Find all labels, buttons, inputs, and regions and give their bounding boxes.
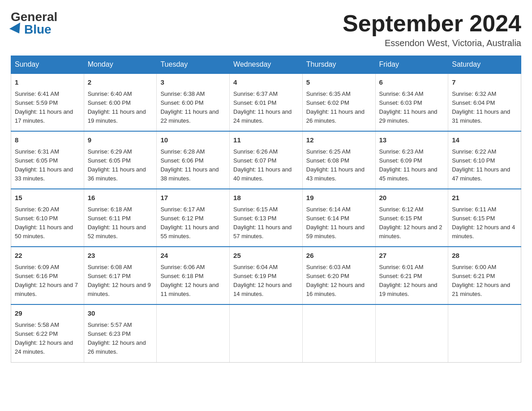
day-number: 13 bbox=[379, 135, 445, 146]
week-row-2: 8 Sunrise: 6:31 AMSunset: 6:05 PMDayligh… bbox=[11, 131, 521, 189]
calendar-cell: 6 Sunrise: 6:34 AMSunset: 6:03 PMDayligh… bbox=[375, 73, 448, 131]
location-subtitle: Essendon West, Victoria, Australia bbox=[343, 38, 521, 48]
day-info: Sunrise: 6:35 AMSunset: 6:02 PMDaylight:… bbox=[306, 90, 365, 124]
calendar-cell: 16 Sunrise: 6:18 AMSunset: 6:11 PMDaylig… bbox=[84, 189, 157, 247]
calendar-cell: 23 Sunrise: 6:08 AMSunset: 6:17 PMDaylig… bbox=[84, 247, 157, 304]
day-info: Sunrise: 6:26 AMSunset: 6:07 PMDaylight:… bbox=[233, 148, 292, 182]
day-header-thursday: Thursday bbox=[302, 56, 375, 74]
calendar-cell: 10 Sunrise: 6:28 AMSunset: 6:06 PMDaylig… bbox=[157, 131, 230, 189]
calendar-body: 1 Sunrise: 6:41 AMSunset: 5:59 PMDayligh… bbox=[11, 73, 521, 362]
day-header-saturday: Saturday bbox=[448, 56, 521, 74]
calendar-cell: 27 Sunrise: 6:01 AMSunset: 6:21 PMDaylig… bbox=[375, 247, 448, 304]
day-number: 9 bbox=[88, 135, 153, 146]
calendar-cell: 24 Sunrise: 6:06 AMSunset: 6:18 PMDaylig… bbox=[157, 247, 230, 304]
calendar-cell: 3 Sunrise: 6:38 AMSunset: 6:00 PMDayligh… bbox=[157, 73, 230, 131]
day-number: 25 bbox=[233, 251, 299, 261]
day-number: 22 bbox=[15, 251, 80, 261]
day-number: 14 bbox=[452, 135, 517, 146]
day-info: Sunrise: 6:03 AMSunset: 6:20 PMDaylight:… bbox=[306, 264, 365, 297]
day-info: Sunrise: 6:29 AMSunset: 6:05 PMDaylight:… bbox=[88, 148, 146, 182]
day-number: 7 bbox=[452, 77, 517, 88]
day-info: Sunrise: 5:57 AMSunset: 6:23 PMDaylight:… bbox=[88, 321, 146, 355]
day-number: 20 bbox=[379, 193, 445, 203]
calendar-cell: 17 Sunrise: 6:17 AMSunset: 6:12 PMDaylig… bbox=[157, 189, 230, 247]
calendar-cell: 19 Sunrise: 6:14 AMSunset: 6:14 PMDaylig… bbox=[302, 189, 375, 247]
day-header-friday: Friday bbox=[375, 56, 448, 74]
week-row-1: 1 Sunrise: 6:41 AMSunset: 5:59 PMDayligh… bbox=[11, 73, 521, 131]
day-number: 4 bbox=[233, 77, 299, 88]
day-number: 29 bbox=[15, 308, 80, 319]
day-info: Sunrise: 6:38 AMSunset: 6:00 PMDaylight:… bbox=[160, 90, 219, 124]
day-number: 28 bbox=[452, 251, 517, 261]
day-info: Sunrise: 6:08 AMSunset: 6:17 PMDaylight:… bbox=[88, 264, 151, 297]
calendar-cell: 14 Sunrise: 6:22 AMSunset: 6:10 PMDaylig… bbox=[448, 131, 521, 189]
day-info: Sunrise: 6:14 AMSunset: 6:14 PMDaylight:… bbox=[306, 206, 365, 240]
day-number: 2 bbox=[88, 77, 153, 88]
calendar-cell: 29 Sunrise: 5:58 AMSunset: 6:22 PMDaylig… bbox=[11, 304, 84, 362]
day-number: 5 bbox=[306, 77, 372, 88]
day-number: 3 bbox=[160, 77, 226, 88]
logo-triangle-icon bbox=[9, 22, 25, 36]
day-number: 24 bbox=[160, 251, 226, 261]
day-number: 8 bbox=[15, 135, 80, 146]
day-info: Sunrise: 6:32 AMSunset: 6:04 PMDaylight:… bbox=[452, 90, 510, 124]
day-info: Sunrise: 6:41 AMSunset: 5:59 PMDaylight:… bbox=[15, 90, 73, 124]
calendar-cell: 30 Sunrise: 5:57 AMSunset: 6:23 PMDaylig… bbox=[84, 304, 157, 362]
header-row: SundayMondayTuesdayWednesdayThursdayFrid… bbox=[11, 56, 521, 74]
day-header-sunday: Sunday bbox=[11, 56, 84, 74]
calendar-cell: 7 Sunrise: 6:32 AMSunset: 6:04 PMDayligh… bbox=[448, 73, 521, 131]
day-number: 1 bbox=[15, 77, 80, 88]
day-number: 17 bbox=[160, 193, 226, 203]
day-info: Sunrise: 6:22 AMSunset: 6:10 PMDaylight:… bbox=[452, 148, 510, 182]
day-info: Sunrise: 6:37 AMSunset: 6:01 PMDaylight:… bbox=[233, 90, 292, 124]
calendar-cell bbox=[230, 304, 303, 362]
day-number: 23 bbox=[88, 251, 153, 261]
week-row-5: 29 Sunrise: 5:58 AMSunset: 6:22 PMDaylig… bbox=[11, 304, 521, 362]
day-info: Sunrise: 6:12 AMSunset: 6:15 PMDaylight:… bbox=[379, 206, 442, 240]
calendar-cell: 15 Sunrise: 6:20 AMSunset: 6:10 PMDaylig… bbox=[11, 189, 84, 247]
day-number: 21 bbox=[452, 193, 517, 203]
calendar-cell: 26 Sunrise: 6:03 AMSunset: 6:20 PMDaylig… bbox=[302, 247, 375, 304]
calendar-cell: 18 Sunrise: 6:15 AMSunset: 6:13 PMDaylig… bbox=[230, 189, 303, 247]
calendar-table: SundayMondayTuesdayWednesdayThursdayFrid… bbox=[11, 56, 521, 362]
calendar-cell: 9 Sunrise: 6:29 AMSunset: 6:05 PMDayligh… bbox=[84, 131, 157, 189]
calendar-cell: 25 Sunrise: 6:04 AMSunset: 6:19 PMDaylig… bbox=[230, 247, 303, 304]
calendar-cell: 13 Sunrise: 6:23 AMSunset: 6:09 PMDaylig… bbox=[375, 131, 448, 189]
day-info: Sunrise: 6:11 AMSunset: 6:15 PMDaylight:… bbox=[452, 206, 515, 240]
day-info: Sunrise: 6:09 AMSunset: 6:16 PMDaylight:… bbox=[15, 264, 78, 297]
week-row-4: 22 Sunrise: 6:09 AMSunset: 6:16 PMDaylig… bbox=[11, 247, 521, 304]
calendar-cell: 4 Sunrise: 6:37 AMSunset: 6:01 PMDayligh… bbox=[230, 73, 303, 131]
week-row-3: 15 Sunrise: 6:20 AMSunset: 6:10 PMDaylig… bbox=[11, 189, 521, 247]
logo: General Blue bbox=[11, 11, 57, 36]
month-title: September 2024 bbox=[343, 11, 521, 36]
day-number: 27 bbox=[379, 251, 445, 261]
day-info: Sunrise: 6:20 AMSunset: 6:10 PMDaylight:… bbox=[15, 206, 73, 240]
day-number: 19 bbox=[306, 193, 372, 203]
calendar-cell: 21 Sunrise: 6:11 AMSunset: 6:15 PMDaylig… bbox=[448, 189, 521, 247]
day-number: 30 bbox=[88, 308, 153, 319]
page-header: General Blue September 2024 Essendon Wes… bbox=[11, 11, 521, 48]
day-info: Sunrise: 6:17 AMSunset: 6:12 PMDaylight:… bbox=[160, 206, 219, 240]
calendar-cell: 22 Sunrise: 6:09 AMSunset: 6:16 PMDaylig… bbox=[11, 247, 84, 304]
day-header-monday: Monday bbox=[84, 56, 157, 74]
day-info: Sunrise: 6:40 AMSunset: 6:00 PMDaylight:… bbox=[88, 90, 146, 124]
day-number: 6 bbox=[379, 77, 445, 88]
day-number: 18 bbox=[233, 193, 299, 203]
day-info: Sunrise: 6:06 AMSunset: 6:18 PMDaylight:… bbox=[160, 264, 219, 297]
calendar-cell bbox=[157, 304, 230, 362]
calendar-cell: 20 Sunrise: 6:12 AMSunset: 6:15 PMDaylig… bbox=[375, 189, 448, 247]
logo-general-text: General bbox=[11, 11, 57, 23]
day-info: Sunrise: 6:34 AMSunset: 6:03 PMDaylight:… bbox=[379, 90, 438, 124]
calendar-cell: 8 Sunrise: 6:31 AMSunset: 6:05 PMDayligh… bbox=[11, 131, 84, 189]
calendar-cell bbox=[448, 304, 521, 362]
day-info: Sunrise: 6:25 AMSunset: 6:08 PMDaylight:… bbox=[306, 148, 365, 182]
calendar-cell: 12 Sunrise: 6:25 AMSunset: 6:08 PMDaylig… bbox=[302, 131, 375, 189]
day-number: 16 bbox=[88, 193, 153, 203]
day-info: Sunrise: 6:28 AMSunset: 6:06 PMDaylight:… bbox=[160, 148, 219, 182]
day-info: Sunrise: 6:00 AMSunset: 6:21 PMDaylight:… bbox=[452, 264, 510, 297]
day-info: Sunrise: 6:31 AMSunset: 6:05 PMDaylight:… bbox=[15, 148, 73, 182]
calendar-cell: 2 Sunrise: 6:40 AMSunset: 6:00 PMDayligh… bbox=[84, 73, 157, 131]
calendar-cell bbox=[375, 304, 448, 362]
day-header-wednesday: Wednesday bbox=[230, 56, 303, 74]
calendar-cell: 5 Sunrise: 6:35 AMSunset: 6:02 PMDayligh… bbox=[302, 73, 375, 131]
